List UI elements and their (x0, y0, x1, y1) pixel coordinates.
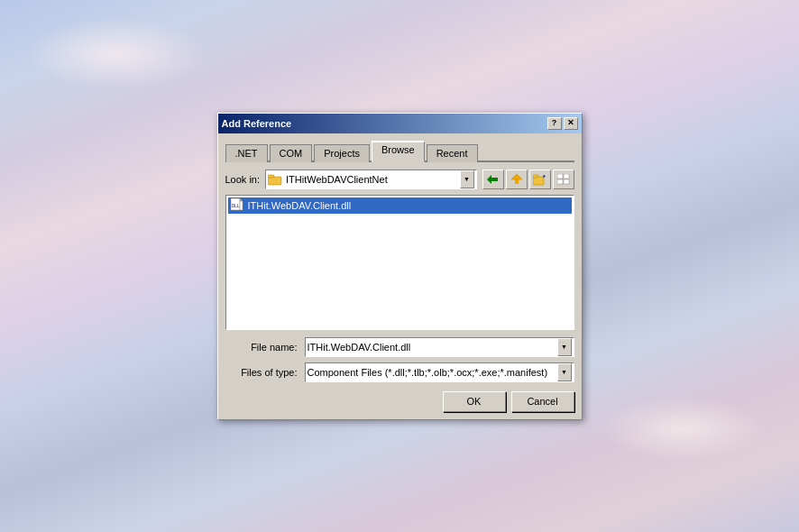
svg-rect-0 (268, 177, 281, 185)
view-toggle-button[interactable] (553, 170, 574, 189)
tab-projects[interactable]: Projects (314, 144, 370, 162)
file-name-dropdown-arrow[interactable]: ▼ (557, 338, 572, 356)
add-reference-dialog: Add Reference ? ✕ .NET COM Projects (217, 113, 583, 420)
svg-rect-10 (557, 174, 563, 179)
look-in-row: Look in: ITHitWebDAVClientNet ▼ (225, 170, 574, 189)
tab-net[interactable]: .NET (225, 144, 268, 162)
look-in-value: ITHitWebDAVClientNet (286, 174, 455, 185)
files-of-type-dropdown-arrow[interactable]: ▼ (557, 363, 572, 381)
look-in-combo[interactable]: ITHitWebDAVClientNet ▼ (265, 170, 476, 189)
dll-file-icon: DLL (230, 198, 244, 213)
tab-recent[interactable]: Recent (427, 144, 478, 162)
svg-marker-4 (511, 174, 522, 179)
svg-rect-13 (564, 179, 569, 184)
file-browser[interactable]: DLL ITHit.WebDAV.Client.dll (225, 195, 574, 330)
files-of-type-value: Component Files (*.dll;*.tlb;*.olb;*.ocx… (308, 367, 557, 378)
svg-text:*: * (543, 174, 546, 180)
svg-rect-12 (557, 179, 563, 184)
file-name-label: File name: (225, 342, 298, 353)
file-item-ithit-dll[interactable]: DLL ITHit.WebDAV.Client.dll (228, 197, 572, 214)
look-in-label: Look in: (225, 174, 261, 185)
back-button[interactable] (482, 170, 504, 189)
files-of-type-row: Files of type: Component Files (*.dll;*.… (225, 362, 574, 382)
svg-rect-3 (491, 178, 498, 181)
svg-rect-8 (533, 175, 538, 178)
svg-rect-11 (564, 174, 569, 179)
files-of-type-label: Files of type: (225, 367, 298, 378)
up-button[interactable] (506, 170, 528, 189)
new-folder-button[interactable]: * (529, 170, 551, 189)
dialog-overlay: Add Reference ? ✕ .NET COM Projects (0, 0, 799, 532)
tab-browse[interactable]: Browse (372, 141, 425, 162)
svg-rect-5 (515, 179, 519, 184)
close-button[interactable]: ✕ (564, 117, 578, 130)
file-name-value: ITHit.WebDAV.Client.dll (308, 342, 557, 353)
file-name-row: File name: ITHit.WebDAV.Client.dll ▼ (225, 337, 574, 357)
tab-com[interactable]: COM (270, 144, 313, 162)
ok-button[interactable]: OK (443, 391, 506, 412)
folder-icon (268, 173, 282, 186)
svg-marker-15 (240, 198, 243, 201)
buttons-row: OK Cancel (225, 391, 574, 412)
look-in-dropdown-arrow[interactable]: ▼ (460, 170, 474, 188)
toolbar-buttons: * (482, 170, 574, 189)
dialog-content: .NET COM Projects Browse Recent Look in: (218, 133, 582, 419)
file-name-text: ITHit.WebDAV.Client.dll (248, 200, 352, 211)
cancel-button[interactable]: Cancel (511, 391, 574, 412)
svg-rect-16 (240, 201, 243, 210)
title-bar: Add Reference ? ✕ (218, 114, 582, 133)
file-name-combo[interactable]: ITHit.WebDAV.Client.dll ▼ (305, 337, 574, 357)
svg-text:DLL: DLL (232, 204, 240, 208)
svg-rect-1 (268, 175, 274, 178)
help-button[interactable]: ? (547, 117, 562, 130)
files-of-type-combo[interactable]: Component Files (*.dll;*.tlb;*.olb;*.ocx… (305, 362, 574, 382)
title-bar-controls: ? ✕ (547, 117, 578, 130)
dialog-title: Add Reference (222, 118, 292, 129)
tab-bar: .NET COM Projects Browse Recent (225, 141, 574, 162)
